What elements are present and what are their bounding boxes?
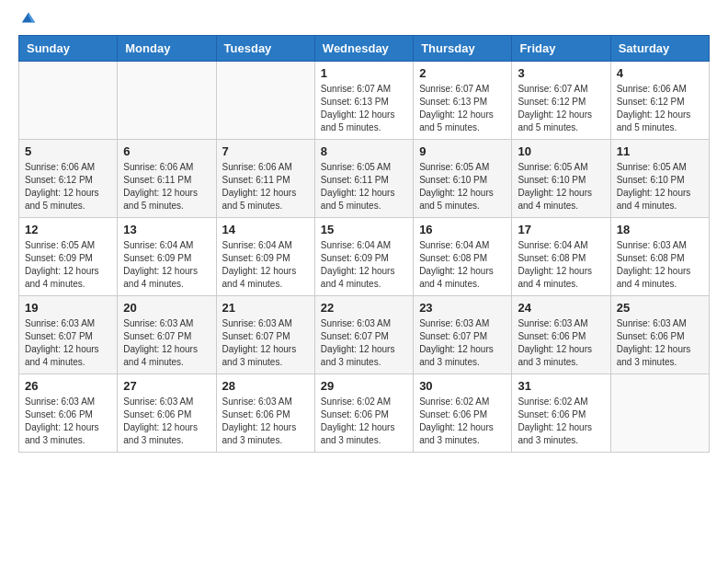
day-number: 6 — [123, 144, 210, 158]
day-info: Sunrise: 6:06 AM Sunset: 6:12 PM Dayligh… — [617, 83, 703, 134]
calendar-header-saturday: Saturday — [610, 36, 709, 62]
calendar-cell — [118, 62, 216, 140]
calendar-cell: 1Sunrise: 6:07 AM Sunset: 6:13 PM Daylig… — [314, 62, 413, 140]
day-number: 8 — [321, 144, 407, 158]
calendar-week-3: 19Sunrise: 6:03 AM Sunset: 6:07 PM Dayli… — [19, 296, 710, 374]
calendar-cell: 9Sunrise: 6:05 AM Sunset: 6:10 PM Daylig… — [414, 140, 512, 218]
calendar: SundayMondayTuesdayWednesdayThursdayFrid… — [18, 35, 710, 453]
day-info: Sunrise: 6:03 AM Sunset: 6:08 PM Dayligh… — [617, 239, 703, 291]
day-number: 29 — [321, 379, 407, 393]
calendar-header-wednesday: Wednesday — [314, 36, 413, 62]
calendar-week-2: 12Sunrise: 6:05 AM Sunset: 6:09 PM Dayli… — [19, 218, 710, 296]
calendar-cell: 30Sunrise: 6:02 AM Sunset: 6:06 PM Dayli… — [414, 374, 512, 453]
day-number: 31 — [518, 379, 604, 393]
day-number: 24 — [518, 301, 604, 315]
calendar-cell: 20Sunrise: 6:03 AM Sunset: 6:07 PM Dayli… — [118, 296, 216, 374]
calendar-header-row: SundayMondayTuesdayWednesdayThursdayFrid… — [19, 36, 710, 62]
calendar-cell: 14Sunrise: 6:04 AM Sunset: 6:09 PM Dayli… — [216, 218, 314, 296]
calendar-cell: 19Sunrise: 6:03 AM Sunset: 6:07 PM Dayli… — [19, 296, 118, 374]
day-number: 11 — [617, 144, 703, 158]
calendar-week-4: 26Sunrise: 6:03 AM Sunset: 6:06 PM Dayli… — [19, 374, 710, 453]
day-number: 16 — [419, 223, 506, 236]
day-info: Sunrise: 6:03 AM Sunset: 6:06 PM Dayligh… — [123, 396, 210, 447]
day-info: Sunrise: 6:03 AM Sunset: 6:07 PM Dayligh… — [123, 317, 210, 369]
calendar-cell: 4Sunrise: 6:06 AM Sunset: 6:12 PM Daylig… — [610, 62, 709, 140]
calendar-cell: 8Sunrise: 6:05 AM Sunset: 6:11 PM Daylig… — [314, 140, 413, 218]
day-info: Sunrise: 6:06 AM Sunset: 6:11 PM Dayligh… — [123, 161, 210, 213]
day-info: Sunrise: 6:04 AM Sunset: 6:09 PM Dayligh… — [123, 239, 210, 291]
day-info: Sunrise: 6:04 AM Sunset: 6:09 PM Dayligh… — [222, 239, 309, 291]
day-info: Sunrise: 6:03 AM Sunset: 6:07 PM Dayligh… — [321, 317, 407, 369]
calendar-cell — [610, 374, 709, 453]
day-number: 1 — [321, 66, 407, 80]
calendar-cell: 27Sunrise: 6:03 AM Sunset: 6:06 PM Dayli… — [118, 374, 216, 453]
day-number: 20 — [123, 301, 210, 315]
day-number: 30 — [419, 379, 506, 393]
calendar-cell: 18Sunrise: 6:03 AM Sunset: 6:08 PM Dayli… — [610, 218, 709, 296]
calendar-cell — [19, 62, 118, 140]
calendar-cell: 29Sunrise: 6:02 AM Sunset: 6:06 PM Dayli… — [314, 374, 413, 453]
day-info: Sunrise: 6:06 AM Sunset: 6:11 PM Dayligh… — [222, 161, 309, 213]
day-info: Sunrise: 6:05 AM Sunset: 6:09 PM Dayligh… — [25, 239, 111, 291]
page-header — [18, 18, 710, 26]
calendar-cell: 3Sunrise: 6:07 AM Sunset: 6:12 PM Daylig… — [512, 62, 610, 140]
day-info: Sunrise: 6:03 AM Sunset: 6:06 PM Dayligh… — [222, 396, 309, 447]
calendar-cell — [216, 62, 314, 140]
day-number: 15 — [321, 223, 407, 236]
day-info: Sunrise: 6:05 AM Sunset: 6:11 PM Dayligh… — [321, 161, 407, 213]
day-info: Sunrise: 6:03 AM Sunset: 6:06 PM Dayligh… — [617, 317, 703, 369]
day-number: 26 — [25, 379, 111, 393]
calendar-cell: 10Sunrise: 6:05 AM Sunset: 6:10 PM Dayli… — [512, 140, 610, 218]
day-number: 23 — [419, 301, 506, 315]
day-number: 3 — [518, 66, 604, 80]
day-number: 12 — [25, 223, 111, 236]
day-number: 22 — [321, 301, 407, 315]
day-info: Sunrise: 6:04 AM Sunset: 6:09 PM Dayligh… — [321, 239, 407, 291]
day-info: Sunrise: 6:05 AM Sunset: 6:10 PM Dayligh… — [518, 161, 604, 213]
day-number: 9 — [419, 144, 506, 158]
day-info: Sunrise: 6:07 AM Sunset: 6:13 PM Dayligh… — [419, 83, 506, 134]
day-number: 17 — [518, 223, 604, 236]
day-info: Sunrise: 6:02 AM Sunset: 6:06 PM Dayligh… — [419, 396, 506, 447]
calendar-header-friday: Friday — [512, 36, 610, 62]
calendar-cell: 15Sunrise: 6:04 AM Sunset: 6:09 PM Dayli… — [314, 218, 413, 296]
day-number: 5 — [25, 144, 111, 158]
day-number: 27 — [123, 379, 210, 393]
calendar-cell: 12Sunrise: 6:05 AM Sunset: 6:09 PM Dayli… — [19, 218, 118, 296]
day-number: 14 — [222, 223, 309, 236]
day-number: 13 — [123, 223, 210, 236]
day-info: Sunrise: 6:03 AM Sunset: 6:07 PM Dayligh… — [419, 317, 506, 369]
calendar-cell: 23Sunrise: 6:03 AM Sunset: 6:07 PM Dayli… — [414, 296, 512, 374]
day-number: 10 — [518, 144, 604, 158]
logo-icon — [20, 9, 37, 26]
day-number: 28 — [222, 379, 309, 393]
calendar-cell: 7Sunrise: 6:06 AM Sunset: 6:11 PM Daylig… — [216, 140, 314, 218]
calendar-cell: 5Sunrise: 6:06 AM Sunset: 6:12 PM Daylig… — [19, 140, 118, 218]
day-number: 4 — [617, 66, 703, 80]
logo — [18, 18, 37, 26]
day-info: Sunrise: 6:02 AM Sunset: 6:06 PM Dayligh… — [518, 396, 604, 447]
calendar-cell: 31Sunrise: 6:02 AM Sunset: 6:06 PM Dayli… — [512, 374, 610, 453]
calendar-cell: 26Sunrise: 6:03 AM Sunset: 6:06 PM Dayli… — [19, 374, 118, 453]
calendar-week-1: 5Sunrise: 6:06 AM Sunset: 6:12 PM Daylig… — [19, 140, 710, 218]
day-info: Sunrise: 6:03 AM Sunset: 6:06 PM Dayligh… — [25, 396, 111, 447]
calendar-cell: 28Sunrise: 6:03 AM Sunset: 6:06 PM Dayli… — [216, 374, 314, 453]
calendar-cell: 13Sunrise: 6:04 AM Sunset: 6:09 PM Dayli… — [118, 218, 216, 296]
day-info: Sunrise: 6:06 AM Sunset: 6:12 PM Dayligh… — [25, 161, 111, 213]
calendar-cell: 25Sunrise: 6:03 AM Sunset: 6:06 PM Dayli… — [610, 296, 709, 374]
calendar-cell: 22Sunrise: 6:03 AM Sunset: 6:07 PM Dayli… — [314, 296, 413, 374]
calendar-cell: 24Sunrise: 6:03 AM Sunset: 6:06 PM Dayli… — [512, 296, 610, 374]
day-number: 25 — [617, 301, 703, 315]
calendar-week-0: 1Sunrise: 6:07 AM Sunset: 6:13 PM Daylig… — [19, 62, 710, 140]
day-info: Sunrise: 6:04 AM Sunset: 6:08 PM Dayligh… — [419, 239, 506, 291]
calendar-cell: 2Sunrise: 6:07 AM Sunset: 6:13 PM Daylig… — [414, 62, 512, 140]
day-number: 18 — [617, 223, 703, 236]
day-info: Sunrise: 6:05 AM Sunset: 6:10 PM Dayligh… — [617, 161, 703, 213]
day-info: Sunrise: 6:05 AM Sunset: 6:10 PM Dayligh… — [419, 161, 506, 213]
calendar-header-sunday: Sunday — [19, 36, 118, 62]
calendar-header-monday: Monday — [118, 36, 216, 62]
day-info: Sunrise: 6:02 AM Sunset: 6:06 PM Dayligh… — [321, 396, 407, 447]
day-info: Sunrise: 6:04 AM Sunset: 6:08 PM Dayligh… — [518, 239, 604, 291]
calendar-header-tuesday: Tuesday — [216, 36, 314, 62]
day-info: Sunrise: 6:03 AM Sunset: 6:07 PM Dayligh… — [222, 317, 309, 369]
